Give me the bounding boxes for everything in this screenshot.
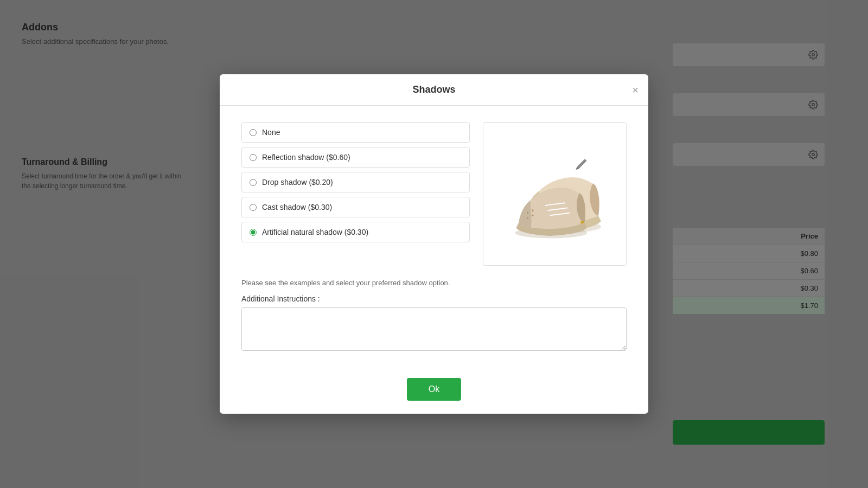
svg-point-16: [531, 209, 533, 211]
option-none[interactable]: None: [241, 122, 470, 143]
option-artificial-label: Artificial natural shadow ($0.30): [262, 228, 368, 236]
ok-button[interactable]: Ok: [407, 378, 461, 401]
instructions-label: Additional Instructions :: [241, 294, 627, 303]
option-cast[interactable]: Cast shadow ($0.30): [241, 197, 470, 217]
radio-none[interactable]: [250, 129, 257, 136]
hint-text: Please see the examples and select your …: [241, 279, 627, 287]
modal-content-row: None Reflection shadow ($0.60) Drop shad…: [241, 122, 627, 266]
option-cast-label: Cast shadow ($0.30): [262, 203, 332, 211]
svg-rect-19: [577, 159, 586, 169]
shadow-preview-box: [483, 122, 627, 266]
radio-artificial[interactable]: [250, 229, 257, 236]
svg-point-15: [526, 211, 528, 214]
radio-reflection[interactable]: [250, 154, 257, 161]
modal-footer: Ok: [220, 369, 648, 414]
svg-point-18: [531, 214, 533, 216]
radio-cast[interactable]: [250, 204, 257, 211]
radio-drop[interactable]: [250, 179, 257, 186]
svg-point-17: [526, 217, 528, 219]
option-reflection-label: Reflection shadow ($0.60): [262, 153, 350, 162]
shadows-modal: Shadows × None Reflection shadow ($0.60)…: [220, 74, 648, 414]
instructions-textarea[interactable]: [241, 307, 627, 351]
option-artificial[interactable]: Artificial natural shadow ($0.30): [241, 222, 470, 242]
modal-header: Shadows ×: [220, 74, 648, 106]
option-none-label: None: [262, 128, 280, 137]
modal-close-button[interactable]: ×: [632, 85, 639, 95]
option-reflection[interactable]: Reflection shadow ($0.60): [241, 147, 470, 168]
shoe-preview-image: [501, 145, 609, 243]
option-drop-label: Drop shadow ($0.20): [262, 178, 333, 187]
modal-body: None Reflection shadow ($0.60) Drop shad…: [220, 106, 648, 369]
modal-title: Shadows: [412, 84, 455, 95]
shadow-options-panel: None Reflection shadow ($0.60) Drop shad…: [241, 122, 470, 266]
option-drop[interactable]: Drop shadow ($0.20): [241, 172, 470, 192]
